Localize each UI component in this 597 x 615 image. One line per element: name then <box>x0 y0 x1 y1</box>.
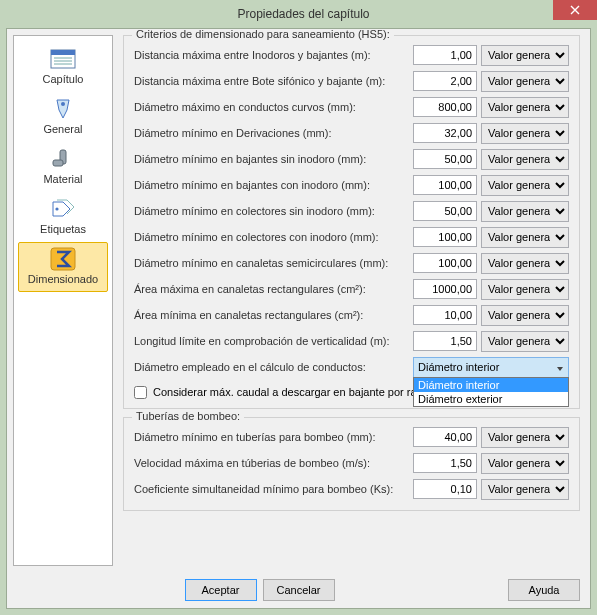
scope-combo[interactable]: Valor general <box>481 175 569 196</box>
client-area: Capítulo General Material Etiquetas <box>6 28 591 609</box>
value-input[interactable] <box>413 123 477 143</box>
ok-button[interactable]: Aceptar <box>185 579 257 601</box>
diametro-combo[interactable]: Diámetro interior Diámetro interior Diám… <box>413 357 569 378</box>
group-bombeo: Tuberías de bombeo: Diámetro mínimo en t… <box>123 417 580 511</box>
field-row: Área máxima en canaletas rectangulares (… <box>134 278 569 300</box>
chapter-icon <box>47 47 79 71</box>
field-label: Coeficiente simultaneidad mínimo para bo… <box>134 483 413 495</box>
svg-point-5 <box>61 102 65 106</box>
scope-combo[interactable]: Valor general <box>481 227 569 248</box>
value-input[interactable] <box>413 71 477 91</box>
field-label: Diámetro mínimo en bajantes sin inodoro … <box>134 153 413 165</box>
field-label: Diámetro mínimo en Derivaciones (mm): <box>134 127 413 139</box>
value-input[interactable] <box>413 279 477 299</box>
field-label: Longitud límite en comprobación de verti… <box>134 335 413 347</box>
scope-combo[interactable]: Valor general <box>481 453 569 474</box>
scope-combo[interactable]: Valor general <box>481 479 569 500</box>
scope-combo[interactable]: Valor general <box>481 279 569 300</box>
field-label: Diámetro mínimo en canaletas semicircula… <box>134 257 413 269</box>
value-input[interactable] <box>413 453 477 473</box>
field-row: Diámetro mínimo en canaletas semicircula… <box>134 252 569 274</box>
close-button[interactable] <box>553 0 597 20</box>
value-input[interactable] <box>413 427 477 447</box>
dropdown-option[interactable]: Diámetro interior <box>414 378 568 392</box>
field-row: Velocidad máxima en túberias de bombeo (… <box>134 452 569 474</box>
svg-point-8 <box>55 207 58 210</box>
chevron-down-icon <box>556 363 564 375</box>
sidebar-label: Etiquetas <box>19 223 107 235</box>
scope-combo[interactable]: Valor general <box>481 427 569 448</box>
field-row: Coeficiente simultaneidad mínimo para bo… <box>134 478 569 500</box>
sidebar-label: Material <box>19 173 107 185</box>
nav-sidebar: Capítulo General Material Etiquetas <box>13 35 113 566</box>
tags-icon <box>47 197 79 221</box>
field-label: Diámetro mínimo en bajantes con inodoro … <box>134 179 413 191</box>
field-row: Diámetro máximo en conductos curvos (mm)… <box>134 96 569 118</box>
group-legend: Criterios de dimensionado para saneamien… <box>132 29 394 40</box>
scope-combo[interactable]: Valor general <box>481 331 569 352</box>
help-button[interactable]: Ayuda <box>508 579 580 601</box>
field-row: Diámetro mínimo en colectores con inodor… <box>134 226 569 248</box>
dropdown-option[interactable]: Diámetro exterior <box>414 392 568 406</box>
value-input[interactable] <box>413 227 477 247</box>
diametro-dropdown: Diámetro interior Diámetro exterior <box>413 377 569 407</box>
field-row: Longitud límite en comprobación de verti… <box>134 330 569 352</box>
field-row: Diámetro mínimo en bajantes sin inodoro … <box>134 148 569 170</box>
svg-rect-7 <box>53 160 63 166</box>
value-input[interactable] <box>413 305 477 325</box>
scope-combo[interactable]: Valor general <box>481 149 569 170</box>
value-input[interactable] <box>413 45 477 65</box>
field-label: Diámetro mínimo en colectores sin inodor… <box>134 205 413 217</box>
main-area: Capítulo General Material Etiquetas <box>7 29 590 572</box>
field-row: Diámetro mínimo en tuberías para bombeo … <box>134 426 569 448</box>
button-bar: Aceptar Cancelar Ayuda <box>7 572 590 608</box>
group-legend: Tuberías de bombeo: <box>132 410 244 422</box>
field-row: Diámetro mínimo en bajantes con inodoro … <box>134 174 569 196</box>
field-label: Distancia máxima entre Inodoros y bajant… <box>134 49 413 61</box>
scope-combo[interactable]: Valor general <box>481 253 569 274</box>
field-row: Distancia máxima entre Inodoros y bajant… <box>134 44 569 66</box>
checkbox-label: Considerar máx. caudal a descargar en ba… <box>153 386 434 398</box>
scope-combo[interactable]: Valor general <box>481 123 569 144</box>
field-label: Área máxima en canaletas rectangulares (… <box>134 283 413 295</box>
scope-combo[interactable]: Valor general <box>481 305 569 326</box>
field-label: Distancia máxima entre Bote sifónico y b… <box>134 75 413 87</box>
field-label: Diámetro empleado en el cálculo de condu… <box>134 361 413 373</box>
field-label: Área mínima en canaletas rectangulares (… <box>134 309 413 321</box>
field-row: Área mínima en canaletas rectangulares (… <box>134 304 569 326</box>
sidebar-item-dimensionado[interactable]: Dimensionado <box>18 242 108 292</box>
material-icon <box>47 147 79 171</box>
sidebar-item-etiquetas[interactable]: Etiquetas <box>18 192 108 242</box>
value-input[interactable] <box>413 175 477 195</box>
sigma-icon <box>47 247 79 271</box>
sidebar-item-capitulo[interactable]: Capítulo <box>18 42 108 92</box>
sidebar-label: General <box>19 123 107 135</box>
scope-combo[interactable]: Valor general <box>481 97 569 118</box>
cancel-button[interactable]: Cancelar <box>263 579 335 601</box>
general-icon <box>47 97 79 121</box>
field-label: Diámetro mínimo en tuberías para bombeo … <box>134 431 413 443</box>
value-input[interactable] <box>413 149 477 169</box>
value-input[interactable] <box>413 97 477 117</box>
combo-value: Diámetro interior <box>418 361 499 373</box>
value-input[interactable] <box>413 479 477 499</box>
field-row: Distancia máxima entre Bote sifónico y b… <box>134 70 569 92</box>
field-row: Diámetro mínimo en Derivaciones (mm):Val… <box>134 122 569 144</box>
sidebar-label: Dimensionado <box>19 273 107 285</box>
field-label: Diámetro mínimo en colectores con inodor… <box>134 231 413 243</box>
sidebar-item-material[interactable]: Material <box>18 142 108 192</box>
value-input[interactable] <box>413 253 477 273</box>
sidebar-label: Capítulo <box>19 73 107 85</box>
value-input[interactable] <box>413 331 477 351</box>
scope-combo[interactable]: Valor general <box>481 45 569 66</box>
content-pane: Criterios de dimensionado para saneamien… <box>113 29 590 572</box>
svg-rect-1 <box>51 50 75 55</box>
considerar-checkbox[interactable] <box>134 386 147 399</box>
scope-combo[interactable]: Valor general <box>481 71 569 92</box>
field-label: Diámetro máximo en conductos curvos (mm)… <box>134 101 413 113</box>
row-diametro-calculo: Diámetro empleado en el cálculo de condu… <box>134 356 569 378</box>
value-input[interactable] <box>413 201 477 221</box>
window-title: Propiedades del capítulo <box>10 7 597 21</box>
scope-combo[interactable]: Valor general <box>481 201 569 222</box>
sidebar-item-general[interactable]: General <box>18 92 108 142</box>
